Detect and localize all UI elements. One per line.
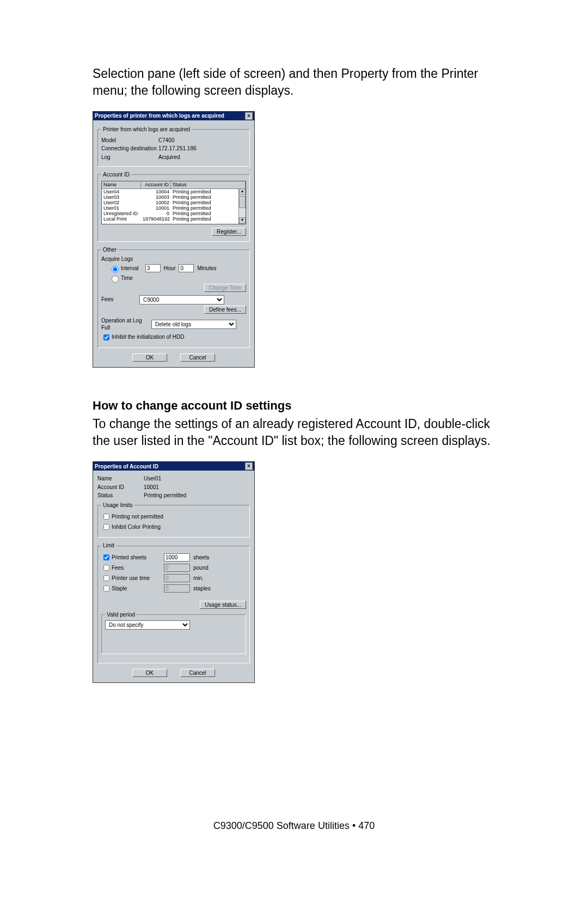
col-name[interactable]: Name bbox=[102, 181, 141, 188]
table-row[interactable]: Unregistered ID0Printing permitted bbox=[102, 211, 246, 216]
fees-select[interactable]: C9000 bbox=[139, 295, 224, 304]
name-value: User01 bbox=[144, 475, 161, 483]
log-label: Log bbox=[101, 154, 158, 161]
model-label: Model bbox=[101, 137, 158, 144]
pound-unit: pound bbox=[193, 564, 217, 572]
printing-not-label: Printing not permitted bbox=[112, 513, 163, 521]
table-row[interactable]: Local Print1879048192Printing permitted bbox=[102, 216, 246, 222]
scroll-up-icon[interactable]: ▲ bbox=[239, 188, 246, 195]
fees-input bbox=[164, 564, 190, 572]
cancel-button[interactable]: Cancel bbox=[180, 669, 215, 677]
printer-use-label: Printer use time bbox=[112, 575, 164, 582]
printed-sheets-input[interactable] bbox=[164, 553, 190, 562]
inhibit-hdd-checkbox[interactable] bbox=[103, 334, 109, 340]
connection-label: Connecting destination bbox=[101, 145, 158, 152]
staple-label: Staple bbox=[112, 585, 164, 593]
fees-checkbox[interactable] bbox=[103, 565, 109, 571]
inhibit-hdd-label: Inhibit the initialization of HDD bbox=[112, 333, 184, 341]
limit-legend: Limit bbox=[101, 542, 116, 550]
connection-value: 172.17.251.186 bbox=[158, 145, 197, 152]
col-acct[interactable]: Account ID bbox=[141, 181, 171, 188]
other-group: Other Acquire Logs Interval Hour Minutes… bbox=[97, 246, 250, 348]
valid-legend: Valid period bbox=[105, 611, 137, 619]
cancel-button[interactable]: Cancel bbox=[180, 353, 215, 362]
dialog1-title: Properties of printer from which logs ar… bbox=[95, 112, 224, 120]
valid-period-group: Valid period Do not specify bbox=[101, 611, 246, 655]
time-radio[interactable] bbox=[112, 276, 119, 283]
printer-properties-dialog: Properties of printer from which logs ar… bbox=[93, 111, 255, 368]
fees-label: Fees bbox=[101, 296, 139, 303]
account-id-properties-dialog: Properties of Account ID × Name User01 A… bbox=[93, 461, 255, 683]
table-row[interactable]: User0210002Printing permitted bbox=[102, 200, 246, 205]
log-value: Acquired bbox=[158, 154, 180, 161]
usage-legend: Usage limits bbox=[101, 502, 134, 509]
printer-group: Printer from which logs are acquired Mod… bbox=[97, 126, 250, 167]
acquire-logs-label: Acquire Logs bbox=[101, 255, 246, 263]
fees-limit-label: Fees bbox=[112, 564, 164, 572]
subtext-paragraph: To change the settings of an already reg… bbox=[93, 416, 495, 449]
operation-label: Operation at Log Full bbox=[101, 317, 151, 332]
printer-legend: Printer from which logs are acquired bbox=[101, 126, 192, 133]
inhibit-color-label: Inhibit Color Printing bbox=[112, 523, 161, 531]
acct-label: Account ID bbox=[97, 484, 144, 491]
col-status[interactable]: Status bbox=[171, 181, 246, 188]
staple-checkbox[interactable] bbox=[103, 585, 109, 591]
sheets-unit: sheets bbox=[193, 554, 217, 562]
status-value: Printing permitted bbox=[144, 492, 186, 499]
inhibit-color-checkbox[interactable] bbox=[103, 524, 109, 530]
staples-unit: staples bbox=[193, 585, 217, 593]
hour-label: Hour bbox=[164, 265, 176, 272]
register-button[interactable]: Register... bbox=[212, 228, 246, 236]
printer-use-checkbox[interactable] bbox=[103, 575, 109, 581]
subheading: How to change account ID settings bbox=[93, 398, 495, 414]
status-label: Status bbox=[97, 492, 144, 499]
define-fees-button[interactable]: Define fees... bbox=[204, 306, 246, 314]
close-icon[interactable]: × bbox=[245, 112, 253, 120]
scroll-down-icon[interactable]: ▼ bbox=[239, 217, 246, 224]
scroll-thumb[interactable] bbox=[239, 196, 246, 208]
account-id-group: Account ID Name Account ID Status User04… bbox=[97, 171, 250, 242]
printer-use-input bbox=[164, 574, 190, 582]
table-row[interactable]: User0410004Printing permitted bbox=[102, 189, 246, 194]
close-icon[interactable]: × bbox=[245, 462, 253, 470]
list-scrollbar[interactable]: ▲ ▼ bbox=[238, 188, 246, 224]
interval-min-input[interactable] bbox=[179, 264, 194, 272]
ok-button[interactable]: OK bbox=[132, 353, 167, 362]
interval-label: Interval bbox=[121, 265, 139, 272]
intro-paragraph: Selection pane (left side of screen) and… bbox=[93, 65, 495, 99]
other-legend: Other bbox=[101, 246, 118, 254]
limit-group: Limit Printed sheets sheets Fees pound P… bbox=[97, 542, 250, 663]
account-list[interactable]: Name Account ID Status User0410004Printi… bbox=[101, 181, 246, 224]
ok-button[interactable]: OK bbox=[132, 669, 167, 677]
minutes-label: Minutes bbox=[197, 265, 216, 272]
name-label: Name bbox=[97, 475, 144, 483]
usage-limits-group: Usage limits Printing not permitted Inhi… bbox=[97, 502, 250, 538]
printed-sheets-label: Printed sheets bbox=[112, 554, 164, 562]
printed-sheets-checkbox[interactable] bbox=[103, 554, 109, 560]
usage-status-button[interactable]: Usage status... bbox=[200, 601, 246, 609]
min-unit: min. bbox=[193, 575, 217, 582]
acct-value: 10001 bbox=[144, 484, 159, 491]
operation-select[interactable]: Delete old logs bbox=[151, 320, 236, 329]
account-legend: Account ID bbox=[101, 171, 131, 179]
model-value: C7400 bbox=[158, 137, 174, 144]
interval-radio[interactable] bbox=[112, 266, 119, 273]
table-row[interactable]: User0110001Printing permitted bbox=[102, 205, 246, 211]
staple-input bbox=[164, 584, 190, 593]
interval-hour-input[interactable] bbox=[145, 264, 161, 272]
printing-not-checkbox[interactable] bbox=[103, 514, 109, 520]
dialog2-title: Properties of Account ID bbox=[95, 463, 158, 471]
table-row[interactable]: User0310003Printing permitted bbox=[102, 194, 246, 200]
change-time-button[interactable]: Change Time bbox=[204, 284, 246, 292]
valid-period-select[interactable]: Do not specify bbox=[105, 620, 190, 630]
time-label: Time bbox=[121, 274, 133, 282]
page-footer: C9300/C9500 Software Utilities • 470 bbox=[93, 819, 495, 832]
